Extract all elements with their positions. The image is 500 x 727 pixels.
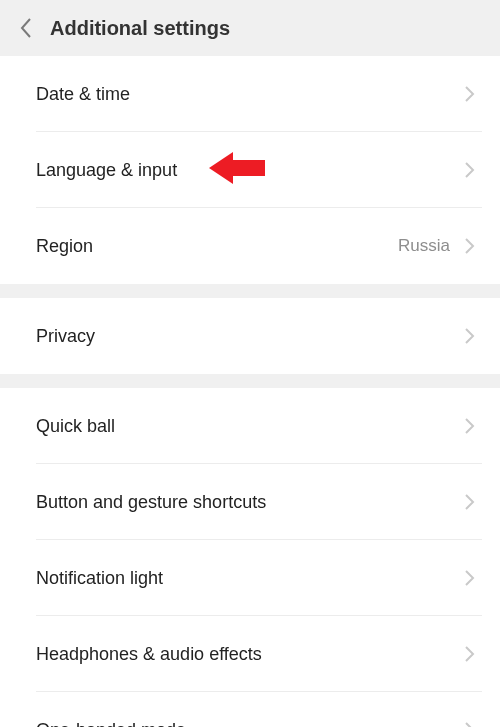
item-label: Region (36, 236, 398, 257)
back-icon[interactable] (12, 14, 40, 42)
chevron-right-icon (464, 720, 476, 727)
chevron-right-icon (464, 568, 476, 588)
item-label: Privacy (36, 326, 464, 347)
item-one-handed-mode[interactable]: One-handed mode (0, 692, 500, 727)
item-label: Button and gesture shortcuts (36, 492, 464, 513)
chevron-right-icon (464, 84, 476, 104)
annotation-arrow-icon (209, 150, 265, 190)
section-privacy: Privacy (0, 298, 500, 374)
item-label: Notification light (36, 568, 464, 589)
item-region[interactable]: Region Russia (0, 208, 500, 284)
chevron-right-icon (464, 644, 476, 664)
chevron-right-icon (464, 326, 476, 346)
item-privacy[interactable]: Privacy (0, 298, 500, 374)
item-value: Russia (398, 236, 450, 256)
section-features: Quick ball Button and gesture shortcuts … (0, 388, 500, 727)
page-title: Additional settings (50, 17, 230, 40)
svg-marker-0 (209, 152, 265, 184)
item-label: Quick ball (36, 416, 464, 437)
item-button-gesture-shortcuts[interactable]: Button and gesture shortcuts (0, 464, 500, 540)
item-quick-ball[interactable]: Quick ball (0, 388, 500, 464)
item-notification-light[interactable]: Notification light (0, 540, 500, 616)
header: Additional settings (0, 0, 500, 56)
item-label: Headphones & audio effects (36, 644, 464, 665)
item-label: One-handed mode (36, 720, 464, 728)
chevron-right-icon (464, 236, 476, 256)
chevron-right-icon (464, 416, 476, 436)
chevron-right-icon (464, 492, 476, 512)
item-date-time[interactable]: Date & time (0, 56, 500, 132)
section-general: Date & time Language & input Region Russ… (0, 56, 500, 284)
item-label: Date & time (36, 84, 464, 105)
item-language-input[interactable]: Language & input (0, 132, 500, 208)
item-headphones-audio[interactable]: Headphones & audio effects (0, 616, 500, 692)
chevron-right-icon (464, 160, 476, 180)
